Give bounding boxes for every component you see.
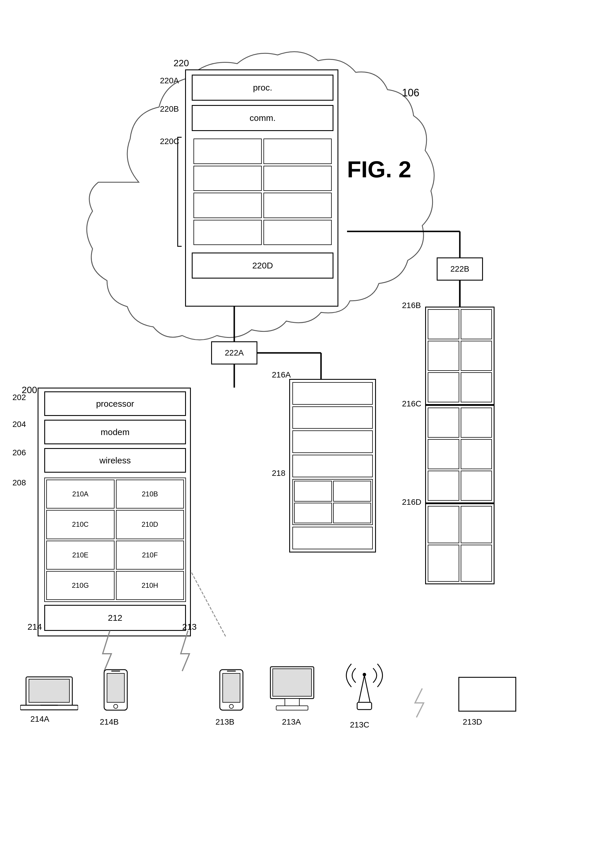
box-210D: 210D — [116, 510, 184, 539]
computer-svg — [267, 665, 322, 714]
box-212: 212 — [44, 605, 186, 631]
box-212-label: 212 — [108, 613, 123, 623]
grid-cell-7 — [193, 220, 262, 245]
node204-label: 204 — [13, 420, 26, 429]
phone-icon-214B — [93, 668, 139, 716]
server-rack-216A — [289, 379, 376, 552]
svg-rect-23 — [223, 673, 240, 702]
antenna-icon-213C — [338, 657, 390, 716]
node220B-label: 220B — [160, 104, 179, 114]
svg-rect-27 — [273, 669, 311, 696]
node208-label: 208 — [13, 478, 26, 488]
node213B-label: 213B — [215, 717, 234, 727]
box-220A-label: proc. — [253, 83, 272, 93]
grid-cell-2 — [264, 138, 332, 164]
box-210E-label: 210E — [72, 551, 88, 559]
node220A-label: 220A — [160, 76, 179, 85]
box-210D-label: 210D — [142, 521, 158, 529]
box-210H: 210H — [116, 571, 184, 600]
box-220D-label: 220D — [252, 261, 273, 271]
server-rack-216B — [425, 307, 495, 405]
box-222B: 222B — [437, 258, 483, 281]
box-210F: 210F — [116, 541, 184, 569]
grid-cell-5 — [193, 193, 262, 218]
tablet-icon-213D — [451, 677, 523, 713]
node216C-label: 216C — [402, 399, 421, 409]
svg-rect-16 — [20, 705, 78, 710]
node214B-label: 214B — [100, 717, 119, 727]
antenna-svg — [340, 657, 389, 714]
node213-label: 213 — [182, 622, 196, 632]
phone-svg — [101, 668, 130, 714]
device-box-200: 202 processor 204 modem 206 wireless 208… — [38, 388, 191, 636]
node216A-label: 216A — [272, 370, 291, 379]
box-220A: proc. — [192, 75, 333, 101]
box-210B: 210B — [116, 480, 184, 508]
node218-label: 218 — [272, 469, 286, 478]
box-210E: 210E — [46, 541, 115, 569]
box-222A-label: 222A — [225, 348, 244, 357]
box-202: processor — [44, 392, 186, 416]
server-box-220: 220A proc. 220B comm. 220C 220D — [185, 69, 338, 307]
grid-cell-8 — [264, 220, 332, 245]
grid-cell-1 — [193, 138, 262, 164]
node202-label: 202 — [13, 393, 26, 402]
grid-cell-3 — [193, 166, 262, 191]
fig-label: FIG. 2 — [347, 156, 411, 183]
box-210F-label: 210F — [142, 551, 158, 559]
cloud-label: 106 — [402, 87, 420, 99]
node216D-label: 216D — [402, 497, 421, 507]
box-210G-label: 210G — [72, 581, 89, 590]
laptop-svg — [20, 674, 78, 712]
node220-label: 220 — [173, 58, 189, 69]
svg-rect-29 — [276, 706, 308, 710]
box-210B-label: 210B — [142, 490, 158, 498]
box-210C: 210C — [46, 510, 115, 539]
svg-rect-19 — [107, 673, 124, 702]
svg-rect-31 — [357, 702, 372, 709]
box-222B-label: 222B — [450, 264, 469, 274]
box-210H-label: 210H — [142, 581, 158, 590]
box-206: wireless — [44, 448, 186, 473]
phone2-svg — [217, 668, 246, 714]
grid-cell-4 — [264, 166, 332, 191]
svg-point-32 — [363, 673, 366, 676]
213D-box — [458, 677, 516, 712]
node214A-label: 214A — [30, 714, 49, 724]
computer-icon-213A — [266, 665, 324, 716]
box-202-label: processor — [96, 399, 134, 409]
node213D-label: 213D — [463, 717, 482, 727]
box-210G: 210G — [46, 571, 115, 600]
svg-rect-15 — [29, 679, 69, 702]
box-210C-label: 210C — [72, 521, 88, 529]
node214-label: 214 — [27, 622, 42, 632]
diagram: FIG. 2 106 220 220A proc. 220B comm. 220… — [0, 0, 616, 862]
box-210A: 210A — [46, 480, 115, 508]
laptop-icon-214A — [17, 674, 81, 713]
box-220D: 220D — [192, 253, 333, 278]
svg-rect-28 — [285, 698, 299, 706]
box-204-label: modem — [101, 427, 130, 437]
box-220B-label: comm. — [250, 113, 276, 123]
phone-icon-213B — [208, 668, 255, 716]
grid-cell-6 — [264, 193, 332, 218]
node213C-label: 213C — [350, 720, 369, 730]
box-222A: 222A — [211, 341, 258, 365]
node220C-label: 220C — [160, 137, 179, 146]
box-206-label: wireless — [99, 456, 131, 466]
server-rack-216D — [425, 503, 495, 584]
server-rack-216C — [425, 405, 495, 503]
svg-marker-30 — [358, 675, 370, 703]
box-220B: comm. — [192, 105, 333, 131]
node213A-label: 213A — [282, 717, 301, 727]
box-204: modem — [44, 420, 186, 444]
box-210A-label: 210A — [72, 490, 88, 498]
node206-label: 206 — [13, 448, 26, 457]
node216B-label: 216B — [402, 301, 421, 310]
